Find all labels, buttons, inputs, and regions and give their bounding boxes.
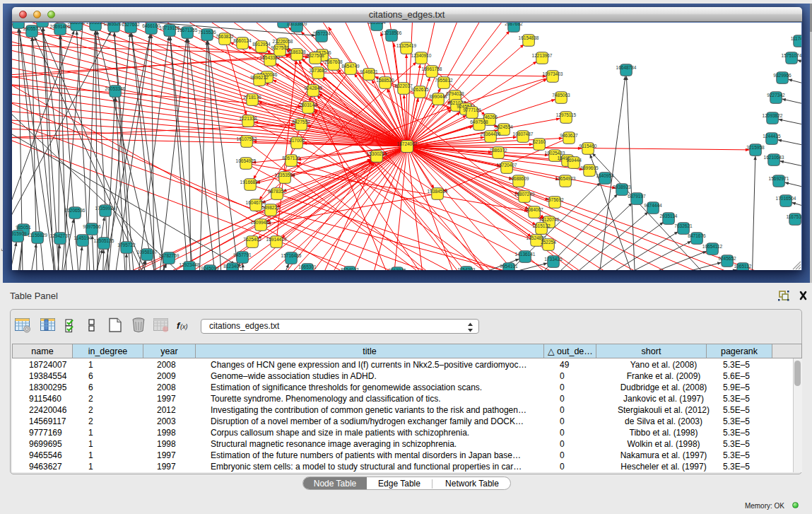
- svg-text:7632621: 7632621: [674, 223, 693, 228]
- svg-text:9463627: 9463627: [560, 133, 578, 138]
- svg-text:8267130: 8267130: [282, 156, 300, 160]
- svg-text:3215958: 3215958: [746, 145, 765, 150]
- svg-text:1615132: 1615132: [532, 223, 551, 228]
- svg-text:2803144: 2803144: [299, 103, 317, 107]
- svg-text:9245652: 9245652: [718, 256, 736, 261]
- svg-text:9262615: 9262615: [411, 87, 429, 92]
- svg-text:12340910: 12340910: [411, 53, 431, 58]
- svg-text:1640954: 1640954: [596, 173, 614, 178]
- svg-text:9777169: 9777169: [463, 107, 481, 112]
- svg-text:2105313: 2105313: [86, 23, 105, 25]
- svg-text:9329966: 9329966: [773, 73, 792, 78]
- svg-text:15716485: 15716485: [281, 253, 301, 258]
- svg-text:16671355: 16671355: [177, 28, 197, 33]
- svg-text:2367608: 2367608: [324, 59, 343, 64]
- svg-text:7663822: 7663822: [216, 34, 234, 39]
- svg-text:2087682: 2087682: [505, 23, 523, 26]
- svg-text:10654112: 10654112: [702, 244, 722, 249]
- svg-text:20206536: 20206536: [64, 208, 85, 213]
- svg-text:23226058: 23226058: [272, 39, 293, 44]
- svg-text:9899695: 9899695: [580, 165, 599, 170]
- svg-text:17359924: 17359924: [95, 206, 115, 211]
- svg-text:14136141: 14136141: [514, 252, 535, 257]
- svg-text:9474444: 9474444: [644, 203, 662, 208]
- svg-text:6497568: 6497568: [470, 119, 488, 124]
- svg-text:7386372: 7386372: [489, 148, 507, 153]
- svg-text:9242848: 9242848: [304, 86, 322, 90]
- svg-text:62160: 62160: [532, 139, 545, 144]
- svg-text:1244415: 1244415: [763, 134, 781, 139]
- svg-text:746266: 746266: [482, 115, 498, 119]
- svg-text:3915909: 3915909: [12, 231, 27, 236]
- svg-text:16033809: 16033809: [286, 23, 307, 26]
- svg-text:11325419: 11325419: [396, 43, 416, 48]
- svg-text:6466160: 6466160: [142, 23, 160, 28]
- svg-text:1588520: 1588520: [376, 78, 394, 83]
- svg-text:16120746: 16120746: [539, 217, 559, 222]
- svg-text:8813054: 8813054: [367, 23, 386, 25]
- svg-text:8990448: 8990448: [429, 94, 447, 99]
- svg-text:16046756: 16046756: [245, 200, 266, 205]
- svg-text:6879197: 6879197: [628, 194, 646, 199]
- svg-text:20364436: 20364436: [480, 132, 500, 136]
- svg-text:1065301: 1065301: [298, 264, 317, 269]
- svg-text:10025433: 10025433: [544, 151, 565, 156]
- svg-text:3373685: 3373685: [309, 68, 327, 73]
- svg-text:6794028: 6794028: [446, 91, 464, 96]
- svg-text:1795722: 1795722: [117, 243, 136, 247]
- svg-text:9397566: 9397566: [83, 224, 101, 229]
- svg-text:16107552: 16107552: [236, 136, 257, 141]
- svg-text:10688609: 10688609: [508, 176, 529, 181]
- svg-text:8912954: 8912954: [252, 42, 271, 47]
- svg-text:20053346: 20053346: [105, 86, 125, 91]
- svg-text:18724007: 18724007: [396, 141, 417, 146]
- svg-text:1117404: 1117404: [790, 36, 801, 41]
- svg-text:12093822: 12093822: [762, 113, 782, 118]
- svg-text:13218506: 13218506: [381, 30, 401, 35]
- svg-text:969444: 969444: [566, 158, 582, 163]
- svg-text:8154012: 8154012: [341, 267, 359, 271]
- svg-text:(x): (x): [180, 323, 188, 330]
- svg-text:7625402: 7625402: [243, 237, 261, 242]
- svg-text:9327508: 9327508: [306, 53, 324, 58]
- svg-text:1733426: 1733426: [544, 257, 563, 262]
- svg-text:15751074: 15751074: [781, 53, 801, 58]
- svg-text:7012345: 7012345: [388, 268, 406, 271]
- svg-text:985051: 985051: [16, 225, 31, 230]
- svg-text:16154838: 16154838: [518, 35, 539, 40]
- svg-text:10654925: 10654925: [235, 158, 256, 163]
- svg-text:5498222: 5498222: [261, 205, 280, 210]
- svg-text:12923448: 12923448: [179, 262, 199, 267]
- svg-text:8427552: 8427552: [292, 119, 310, 124]
- svg-text:12213967: 12213967: [531, 53, 552, 58]
- svg-text:1527602: 1527602: [122, 23, 140, 27]
- svg-text:18807249: 18807249: [514, 192, 534, 197]
- svg-text:1145194: 1145194: [73, 235, 91, 240]
- svg-text:2935114: 2935114: [659, 214, 677, 218]
- svg-text:10958107: 10958107: [136, 250, 157, 255]
- svg-text:9084067: 9084067: [525, 207, 543, 212]
- svg-text:16914479: 16914479: [266, 237, 286, 242]
- svg-text:9896212: 9896212: [250, 75, 269, 80]
- svg-text:9327503: 9327503: [271, 45, 289, 50]
- svg-text:7955812: 7955812: [435, 78, 453, 83]
- svg-text:12505135: 12505135: [93, 238, 114, 243]
- svg-text:17016504: 17016504: [775, 196, 796, 201]
- svg-text:15300213: 15300213: [366, 151, 387, 156]
- svg-text:19384554: 19384554: [427, 189, 447, 194]
- svg-text:8322037: 8322037: [394, 83, 413, 88]
- svg-text:8186328: 8186328: [288, 49, 306, 54]
- svg-text:20691406: 20691406: [49, 24, 70, 29]
- svg-text:9146821: 9146821: [360, 69, 378, 74]
- svg-text:15720407: 15720407: [496, 163, 517, 168]
- svg-text:8660124: 8660124: [233, 38, 252, 43]
- svg-text:7515526: 7515526: [198, 30, 216, 35]
- svg-text:10973403: 10973403: [542, 71, 563, 76]
- svg-text:11156829: 11156829: [28, 233, 47, 238]
- svg-text:9457791: 9457791: [233, 252, 252, 257]
- svg-text:19654923: 19654923: [555, 176, 575, 181]
- svg-text:9115460: 9115460: [579, 144, 596, 148]
- svg-text:8454749: 8454749: [341, 64, 360, 69]
- svg-text:2718176: 2718176: [243, 95, 261, 100]
- svg-text:12975115: 12975115: [555, 112, 576, 117]
